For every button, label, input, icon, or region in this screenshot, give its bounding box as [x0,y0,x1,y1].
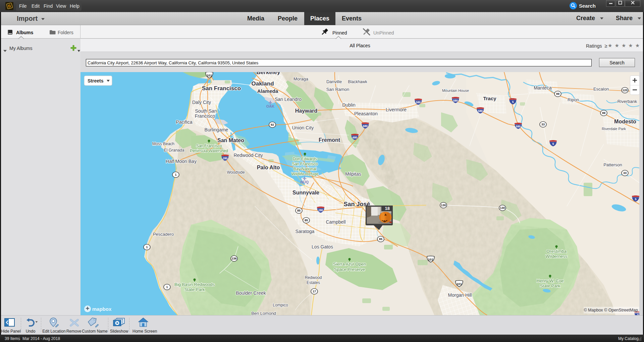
svg-text:San Francisco: San Francisco [196,144,222,148]
svg-text:Ben Lomond: Ben Lomond [251,311,276,315]
svg-text:120: 120 [622,89,627,92]
svg-text:Big Basin Redwoods: Big Basin Redwoods [174,282,215,287]
svg-text:85: 85 [379,237,382,241]
svg-text:Wilderness: Wilderness [546,254,568,259]
svg-text:5: 5 [512,100,514,104]
svg-text:99: 99 [602,111,605,115]
svg-text:130: 130 [500,206,505,210]
svg-text:Redwood: Redwood [305,275,322,280]
svg-text:NUQ: NUQ [301,180,309,184]
svg-text:Sunnyvale: Sunnyvale [292,190,319,195]
svg-text:San Ramon: San Ramon [326,87,350,92]
svg-text:101: 101 [207,73,212,77]
svg-text:Henry W. Coe: Henry W. Coe [537,278,564,283]
svg-text:Space Preserve: Space Preserve [334,267,365,272]
svg-text:mapbox: mapbox [92,306,112,312]
svg-text:Escalon: Escalon [593,87,609,92]
svg-text:OAK: OAK [266,104,275,108]
svg-text:San Mateo: San Mateo [217,137,244,143]
svg-text:Campbell: Campbell [326,219,345,225]
svg-text:Dublin: Dublin [342,102,356,108]
svg-text:San Leandro: San Leandro [275,97,302,102]
svg-text:© Mapbox © OpenStreetMap: © Mapbox © OpenStreetMap [584,308,638,312]
svg-text:Woodside: Woodside [227,170,245,175]
svg-text:Moraga: Moraga [293,76,309,81]
svg-text:5: 5 [552,142,554,146]
svg-text:Blackhawk: Blackhawk [348,79,367,84]
svg-text:280: 280 [318,209,323,212]
svg-text:El Granada: El Granada [164,148,184,153]
svg-text:San Francisco: San Francisco [292,162,318,166]
svg-text:Mountain House: Mountain House [442,89,469,93]
svg-text:680: 680 [353,136,357,139]
svg-text:State Park: State Park [184,287,205,292]
svg-text:101: 101 [457,282,462,286]
svg-text:Palo Alto: Palo Alto [257,165,280,170]
svg-text:Alameda: Alameda [257,88,278,94]
svg-text:Danville: Danville [326,79,342,84]
svg-text:92: 92 [271,123,274,126]
svg-text:236: 236 [231,257,236,260]
svg-text:Pacifica: Pacifica [176,119,192,125]
svg-text:Riverdale Park: Riverdale Park [602,127,626,131]
svg-text:Hayward: Hayward [295,108,318,114]
svg-text:580: 580 [478,109,483,113]
svg-text:Pleasanton: Pleasanton [354,111,378,116]
svg-text:101: 101 [428,258,434,261]
svg-text:5: 5 [635,197,637,201]
svg-text:1: 1 [175,173,176,176]
svg-text:580: 580 [516,125,521,128]
svg-text:85: 85 [297,209,301,212]
svg-text:Boulder Creek: Boulder Creek [236,290,266,296]
svg-text:18: 18 [385,206,390,211]
svg-text:Patterson: Patterson [603,162,622,167]
svg-text:Los Gatos: Los Gatos [312,244,333,249]
svg-text:Don Edwards: Don Edwards [293,157,317,161]
svg-text:Livermore: Livermore [386,107,407,112]
svg-text:Francisco: Francisco [195,113,215,119]
svg-text:Morgan Hill: Morgan Hill [448,292,472,298]
svg-text:Berkeley: Berkeley [257,72,280,75]
svg-text:17: 17 [313,290,316,293]
svg-text:1: 1 [146,245,148,249]
svg-text:Streets: Streets [88,78,104,83]
svg-text:Wildlife Refuge: Wildlife Refuge [291,172,319,176]
svg-text:33: 33 [623,171,627,175]
svg-text:99: 99 [556,92,559,96]
svg-text:Half Moon Bay: Half Moon Bay [166,159,197,164]
svg-text:85: 85 [305,219,308,222]
svg-text:Riverbank: Riverbank [618,99,637,104]
svg-text:South San: South San [195,108,217,114]
svg-text:Ripon: Ripon [568,97,579,102]
svg-text:280: 280 [223,157,227,160]
svg-text:Milpitas: Milpitas [345,171,361,177]
svg-text:Saratoga: Saratoga [296,229,315,234]
svg-text:Pescadero: Pescadero [153,232,174,237]
svg-text:1: 1 [166,285,168,289]
svg-text:Estates: Estates [307,280,320,285]
svg-text:San Francisco: San Francisco [202,85,241,92]
svg-text:Moss Beach: Moss Beach [152,141,174,146]
svg-text:33: 33 [541,123,545,126]
svg-text:Redwood City: Redwood City [233,153,263,158]
svg-text:Sierra Azul Open: Sierra Azul Open [333,262,366,267]
svg-text:Tracy: Tracy [483,96,496,101]
svg-text:Peninsula Watershed: Peninsula Watershed [190,149,228,153]
svg-text:Manteca: Manteca [534,85,552,91]
svg-text:Oakland: Oakland [251,80,274,87]
svg-text:580: 580 [453,99,458,102]
svg-text:580: 580 [416,101,421,104]
svg-text:Orestimba: Orestimba [546,249,567,254]
svg-text:Union City: Union City [292,125,314,130]
svg-text:130: 130 [441,204,446,207]
svg-text:Burlingame: Burlingame [205,127,228,132]
svg-text:680: 680 [363,124,368,128]
svg-text:Fremont: Fremont [319,137,340,143]
svg-text:Lompico: Lompico [273,303,288,307]
svg-text:Modesto: Modesto [614,119,636,124]
svg-text:Bay National: Bay National [293,167,316,171]
svg-text:Daly City: Daly City [192,100,211,105]
svg-text:State Park: State Park [540,283,560,288]
